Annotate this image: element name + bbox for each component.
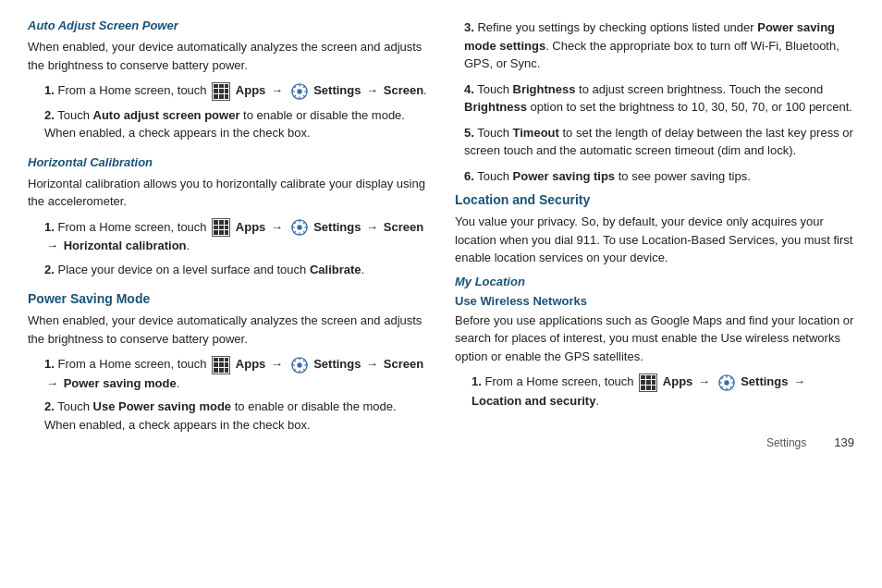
list-item: 2. Touch Auto adjust screen power to ena…: [44, 106, 427, 142]
svg-line-36: [720, 376, 722, 378]
list-item-6: 6. Touch Power saving tips to see power …: [464, 167, 854, 186]
para-wireless: Before you use applications such as Goog…: [455, 312, 854, 366]
svg-line-39: [720, 386, 722, 388]
apps-icon-2: [212, 218, 230, 237]
list-item: 1. From a Home screen, touch Apps →: [44, 218, 427, 255]
apps-grid-4: [641, 375, 655, 390]
arrow-8: →: [793, 374, 805, 388]
para-location: You value your privacy. So, by default, …: [455, 213, 854, 267]
svg-line-26: [293, 360, 295, 361]
apps-grid-3: [214, 358, 228, 373]
list-item-loc-1: 1. From a Home screen, touch Apps →: [472, 373, 854, 410]
list-location: 1. From a Home screen, touch Apps →: [472, 373, 854, 410]
settings-icon-1: [290, 82, 309, 101]
list-item: 1. From a Home screen, touch Apps →: [44, 355, 427, 392]
settings-label-3: Settings: [313, 357, 361, 371]
settings-label: Settings: [313, 83, 361, 97]
settings-icon-3: [290, 356, 309, 374]
svg-line-18: [303, 222, 305, 224]
list-item-3: 3. Refine you settings by checking optio…: [464, 18, 854, 73]
svg-point-31: [724, 380, 729, 385]
arrow-2: →: [366, 83, 378, 97]
svg-line-17: [303, 231, 305, 233]
svg-line-7: [303, 95, 305, 97]
section-heading-use-wireless: Use Wireless Networks: [455, 294, 854, 308]
settings-icon-2: [290, 218, 309, 237]
svg-line-19: [293, 231, 295, 233]
svg-line-8: [303, 85, 305, 87]
section-heading-horizontal: Horizontal Calibration: [28, 155, 427, 169]
apps-label-4: Apps: [663, 374, 693, 388]
apps-grid: [214, 84, 228, 99]
arrow-1: →: [271, 83, 283, 97]
footer-page-number: 139: [834, 435, 854, 449]
section-heading-location: Location and Security: [455, 192, 854, 207]
section-heading-power-saving: Power Saving Mode: [28, 291, 427, 306]
svg-line-16: [293, 222, 295, 224]
para-horizontal: Horizontal calibration allows you to hor…: [28, 175, 427, 211]
svg-line-38: [730, 376, 732, 378]
settings-label-4: Settings: [741, 374, 788, 388]
list-item-5: 5. Touch Timeout to set the length of de…: [464, 124, 854, 160]
svg-point-1: [297, 89, 301, 93]
apps-icon-4: [639, 374, 657, 392]
list-power-saving: 1. From a Home screen, touch Apps →: [44, 355, 427, 434]
svg-line-28: [303, 360, 305, 361]
svg-line-6: [293, 85, 295, 87]
apps-label-2: Apps: [236, 220, 266, 234]
para-power-saving: When enabled, your device automatically …: [28, 312, 427, 348]
apps-grid-2: [214, 220, 228, 235]
apps-icon-1: [212, 82, 230, 101]
list-item-4: 4. Touch Brightness to adjust screen bri…: [464, 80, 854, 116]
apps-icon-3: [212, 356, 230, 374]
svg-line-29: [293, 369, 295, 371]
section-heading-auto-adjust: Auto Adjust Screen Power: [28, 18, 427, 32]
page-container: Auto Adjust Screen Power When enabled, y…: [28, 18, 854, 449]
apps-label-3: Apps: [236, 357, 266, 371]
svg-point-11: [297, 225, 301, 229]
right-column: 3. Refine you settings by checking optio…: [455, 18, 854, 449]
arrow-7: →: [698, 374, 710, 388]
page-footer: Settings 139: [455, 428, 854, 449]
arrow-3: →: [271, 220, 283, 234]
list-item: 2. Touch Use Power saving mode to enable…: [44, 398, 427, 434]
para-auto-adjust: When enabled, your device automatically …: [28, 38, 427, 74]
list-item: 2. Place your device on a level surface …: [44, 261, 427, 279]
section-power-saving: Power Saving Mode When enabled, your dev…: [28, 291, 427, 434]
settings-icon-4: [717, 374, 736, 392]
svg-line-37: [730, 386, 732, 388]
section-horizontal-calibration: Horizontal Calibration Horizontal calibr…: [28, 155, 427, 279]
list-item: 1. From a Home screen, touch Apps →: [44, 81, 427, 101]
section-location-security: Location and Security You value your pri…: [455, 192, 854, 410]
section-heading-my-location: My Location: [455, 275, 854, 288]
svg-point-21: [297, 362, 301, 367]
svg-line-27: [303, 369, 305, 371]
list-horizontal: 1. From a Home screen, touch Apps →: [44, 218, 427, 279]
footer-settings-label: Settings: [766, 436, 806, 449]
arrow-4: →: [366, 220, 378, 234]
settings-label-2: Settings: [313, 220, 361, 234]
section-auto-adjust: Auto Adjust Screen Power When enabled, y…: [28, 18, 427, 142]
left-column: Auto Adjust Screen Power When enabled, y…: [28, 18, 427, 449]
svg-line-9: [293, 95, 295, 97]
list-auto-adjust: 1. From a Home screen, touch Apps →: [44, 81, 427, 142]
arrow-5: →: [271, 357, 283, 371]
apps-label: Apps: [236, 83, 266, 97]
list-top-right: 3. Refine you settings by checking optio…: [464, 18, 854, 185]
arrow-6: →: [366, 357, 378, 371]
